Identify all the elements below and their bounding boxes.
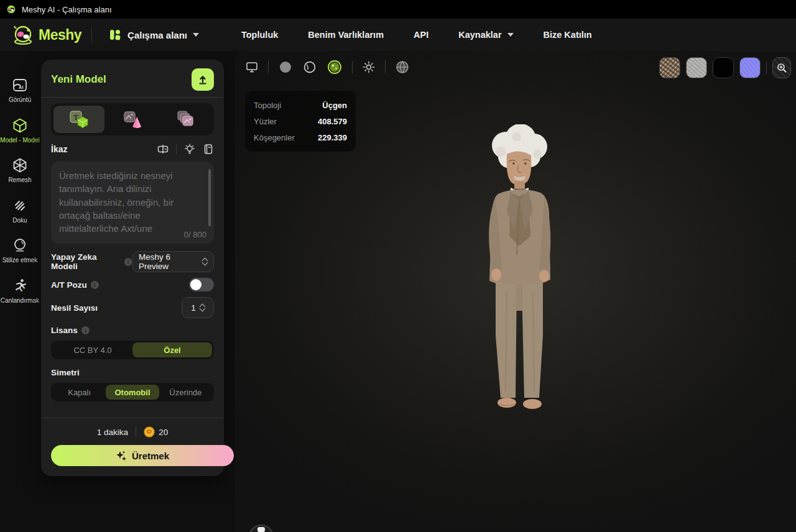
environment-globe-icon[interactable] <box>395 60 410 75</box>
toolbar-divider <box>352 61 353 73</box>
multi-image-to-3d-icon <box>175 110 197 129</box>
mascot-face <box>257 527 265 532</box>
info-icon: i <box>124 258 132 266</box>
workspace-switcher[interactable]: Çalışma alanı <box>102 24 205 45</box>
generate-label: Üretmek <box>132 451 169 461</box>
running-person-icon <box>12 278 28 294</box>
upload-icon <box>197 74 208 85</box>
prompt-tools <box>157 144 214 155</box>
footer-divider <box>41 418 224 418</box>
3d-viewport-canvas[interactable]: Topoloji Üçgen Yüzler 408.579 Köşegenler… <box>235 51 796 532</box>
generation-count-value: 1 <box>191 303 196 313</box>
textarea-scrollbar[interactable] <box>208 169 211 226</box>
credit-coin-icon <box>144 426 155 438</box>
cost-row: 1 dakika 20 <box>51 425 214 439</box>
generation-count-stepper[interactable]: 1 <box>182 297 214 318</box>
lighting-sun-icon[interactable] <box>362 60 376 74</box>
image-to-3d-icon <box>122 110 143 129</box>
inspect-zoom-button[interactable] <box>772 57 791 78</box>
texture-icon <box>12 198 28 214</box>
remesh-icon <box>12 157 28 173</box>
ai-model-row: Yapay Zeka Modeli i Meshy 6 Preview <box>51 251 214 272</box>
text-expand-icon[interactable] <box>157 144 169 155</box>
sparkles-icon <box>116 450 127 461</box>
svg-text:AI: AI <box>19 85 24 90</box>
rail-item-image[interactable]: AI Görüntü <box>0 77 40 104</box>
prompt-label: İkaz <box>51 144 67 154</box>
roughness-map-swatch[interactable] <box>686 57 707 78</box>
nav-links: Topluluk Benim Varlıklarım API Kaynaklar… <box>241 30 592 40</box>
nav-link-resources[interactable]: Kaynaklar <box>458 30 513 40</box>
ai-model-select[interactable]: Meshy 6 Preview <box>132 251 214 272</box>
screenshot-monitor-icon[interactable] <box>245 60 259 74</box>
info-icon: i <box>91 281 99 289</box>
meshy-logo-icon <box>6 4 16 14</box>
toolbar-divider <box>385 61 386 73</box>
idea-lightbulb-icon[interactable] <box>184 144 195 155</box>
chevron-down-icon <box>193 33 199 37</box>
at-pose-label: A/T Pozu i <box>51 280 99 290</box>
symmetry-label-row: Simetri <box>51 368 214 379</box>
tab-multi-image-to-3d[interactable] <box>160 106 211 133</box>
brand-wordmark: Meshy <box>39 27 81 44</box>
rail-item-model[interactable]: Model - Model <box>0 117 40 145</box>
generation-count-row: Nesil Sayısı 1 <box>51 297 214 318</box>
tab-image-to-3d[interactable] <box>107 106 158 133</box>
panel-header: Yeni Model <box>51 68 214 91</box>
symmetry-option-off[interactable]: Kapalı <box>53 385 106 400</box>
prompt-library-icon[interactable] <box>203 144 214 155</box>
app-body: AI Görüntü Model - Model Remesh <box>0 51 796 532</box>
shading-solid-icon[interactable] <box>278 60 293 75</box>
upload-button[interactable] <box>192 68 214 91</box>
license-label: Lisans i <box>51 326 214 335</box>
symmetry-label: Simetri <box>51 368 214 377</box>
workspace-shapes-icon <box>108 28 122 42</box>
nav-link-my-assets[interactable]: Benim Varlıklarım <box>308 30 384 40</box>
rail-item-stylize[interactable]: Stilize etmek <box>0 237 40 265</box>
meshy-brand[interactable]: Meshy <box>11 24 81 46</box>
shading-wireframe-icon[interactable] <box>302 60 317 75</box>
ai-model-value: Meshy 6 Preview <box>139 252 198 271</box>
texture-map-bar <box>659 57 791 78</box>
rail-item-remesh[interactable]: Remesh <box>0 157 40 185</box>
ai-model-label: Yapay Zeka Modeli i <box>51 252 132 271</box>
mascot-fab-button[interactable] <box>249 525 274 532</box>
tab-text-to-3d[interactable]: T <box>53 106 104 133</box>
nav-link-community[interactable]: Topluluk <box>241 30 278 40</box>
crystal-ball-icon <box>12 237 28 254</box>
license-option-private[interactable]: Özel <box>132 342 212 357</box>
chevron-down-icon <box>507 33 514 37</box>
rendered-3d-model <box>457 124 581 423</box>
rail-item-animate[interactable]: Canlandırmak <box>0 278 40 305</box>
symmetry-segmented: Kapalı Otomobil Üzerinde <box>51 383 214 401</box>
at-pose-toggle[interactable] <box>189 278 214 291</box>
new-model-panel: Yeni Model T <box>41 60 224 476</box>
rail-item-texture[interactable]: Doku <box>0 198 40 225</box>
albedo-map-swatch[interactable] <box>659 57 680 78</box>
viewport-toolbar <box>245 59 410 75</box>
credit-amount: 20 <box>159 428 168 437</box>
stepper-chevrons-icon <box>200 305 205 311</box>
symmetry-option-auto[interactable]: Otomobil <box>106 385 159 400</box>
generate-button[interactable]: Üretmek <box>51 445 234 466</box>
text-to-3d-icon: T <box>68 110 90 129</box>
ai-image-icon: AI <box>12 77 28 93</box>
magnifier-plus-icon <box>776 62 787 73</box>
info-row-vertices: Köşegenler 229.339 <box>254 129 347 145</box>
shading-textured-icon[interactable] <box>326 59 343 75</box>
prompt-header: İkaz <box>51 143 214 155</box>
char-counter: 0/ 800 <box>184 230 206 239</box>
license-option-ccby[interactable]: CC BY 4.0 <box>53 342 132 357</box>
normal-map-swatch[interactable] <box>739 57 761 78</box>
metallic-map-swatch[interactable] <box>713 57 734 78</box>
nav-link-api[interactable]: API <box>414 30 428 40</box>
symmetry-option-on[interactable]: Üzerinde <box>159 385 212 400</box>
cost-divider <box>136 427 136 437</box>
nav-link-join-us[interactable]: Bize Katılın <box>544 30 592 40</box>
header-divider <box>41 97 224 98</box>
select-chevrons-icon <box>203 259 207 265</box>
panel-title: Yeni Model <box>51 73 106 86</box>
nav-divider <box>91 27 92 42</box>
window-title: Meshy AI - Çalışma alanı <box>22 5 112 14</box>
license-label-row: Lisans i <box>51 326 214 337</box>
